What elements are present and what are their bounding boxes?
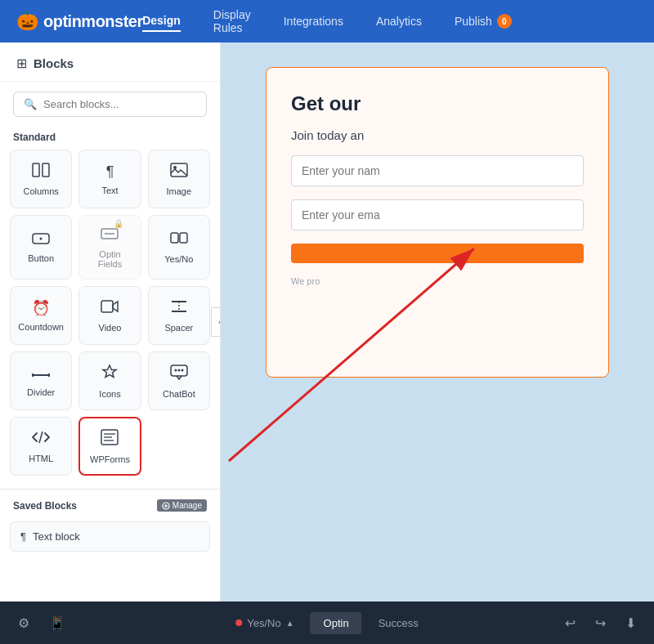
video-icon — [101, 299, 119, 318]
saved-block-icon: ¶ — [20, 530, 26, 543]
nav-design[interactable]: Design — [142, 11, 181, 32]
saved-blocks-label: Saved Blocks — [13, 500, 77, 512]
logo-text: optinmonster — [43, 12, 143, 31]
canvas: Get our Join today an We pro — [221, 42, 654, 602]
main-content: ⊞ Blocks 🔍 Standard Columns ¶ Text — [0, 42, 654, 602]
publish-badge-dot: 0 — [497, 14, 512, 29]
chevron-up-icon: ▲ — [286, 619, 294, 628]
toolbar: ⚙ 📱 Yes/No ▲ Optin Success ↩ ↪ ⬇ — [0, 602, 654, 644]
nav-integrations[interactable]: Integrations — [284, 11, 343, 31]
block-chatbot[interactable]: ChatBot — [148, 351, 210, 410]
block-video-label: Video — [99, 323, 122, 333]
optin-icon — [101, 227, 119, 244]
nav-display-rules[interactable]: Display Rules — [213, 5, 251, 38]
svg-rect-1 — [43, 163, 49, 177]
countdown-icon: ⏰ — [32, 299, 50, 317]
popup-email-input[interactable] — [291, 199, 584, 230]
logo: 🎃 optinmonster — [16, 11, 143, 32]
sidebar-title: Blocks — [34, 56, 74, 70]
block-yes-no[interactable]: Yes/No — [148, 215, 210, 280]
block-chatbot-label: ChatBot — [163, 389, 195, 399]
block-optin-fields: 🔒 Optin Fields — [78, 215, 141, 280]
yesno-icon — [170, 230, 188, 249]
download-icon[interactable]: ⬇ — [620, 610, 641, 636]
block-html-label: HTML — [29, 454, 53, 463]
toolbar-tabs: Yes/No ▲ Optin Success — [222, 612, 432, 634]
block-image[interactable]: Image — [148, 150, 210, 208]
header: 🎃 optinmonster Design Display Rules Inte… — [0, 0, 654, 42]
popup-disclaimer: We pro — [291, 276, 584, 286]
saved-blocks-header: Saved Blocks Manage — [0, 493, 220, 518]
tab-yesno[interactable]: Yes/No ▲ — [222, 612, 307, 634]
undo-icon[interactable]: ↩ — [560, 610, 580, 636]
block-columns[interactable]: Columns — [10, 150, 72, 208]
mobile-icon[interactable]: 📱 — [44, 610, 70, 636]
blocks-icon: ⊞ — [16, 56, 27, 71]
sidebar-header: ⊞ Blocks — [0, 42, 220, 82]
block-button[interactable]: Button — [10, 215, 72, 280]
icons-icon — [101, 364, 119, 384]
popup-name-input[interactable] — [291, 155, 584, 186]
search-input[interactable] — [43, 98, 196, 110]
block-spacer-label: Spacer — [164, 323, 193, 333]
block-columns-label: Columns — [23, 186, 58, 196]
block-divider[interactable]: Divider — [10, 351, 72, 410]
search-box[interactable]: 🔍 — [13, 92, 207, 117]
logo-icon: 🎃 — [16, 11, 38, 32]
standard-blocks-grid: Columns ¶ Text Image Button — [0, 150, 220, 482]
collapse-sidebar-button[interactable]: ‹ — [211, 307, 221, 337]
block-optin-fields-label: Optin Fields — [86, 249, 133, 269]
block-countdown-label: Countdown — [18, 322, 64, 332]
popup-submit-button[interactable] — [291, 244, 584, 263]
sidebar: ⊞ Blocks 🔍 Standard Columns ¶ Text — [0, 42, 221, 602]
svg-point-16 — [47, 373, 50, 377]
nav-analytics[interactable]: Analytics — [376, 11, 422, 31]
block-image-label: Image — [167, 186, 192, 196]
tab-success[interactable]: Success — [365, 612, 432, 634]
svg-point-15 — [32, 373, 34, 377]
standard-section-label: Standard — [0, 127, 220, 150]
block-video[interactable]: Video — [78, 286, 141, 345]
block-html[interactable]: HTML — [10, 417, 72, 476]
spacer-icon — [170, 299, 188, 318]
block-wpforms-label: WPForms — [90, 454, 130, 464]
divider-icon — [32, 365, 50, 382]
tab-success-label: Success — [379, 617, 419, 629]
tab-optin-label: Optin — [324, 617, 349, 629]
settings-icon[interactable]: ⚙ — [13, 610, 34, 636]
svg-rect-9 — [180, 233, 187, 243]
svg-point-18 — [174, 369, 177, 371]
svg-point-20 — [181, 369, 183, 371]
svg-rect-0 — [33, 163, 39, 177]
wpforms-icon — [101, 429, 119, 449]
text-icon: ¶ — [106, 163, 114, 181]
columns-icon — [32, 163, 50, 181]
main-nav: Design Display Rules Integrations Analyt… — [142, 5, 512, 38]
block-button-label: Button — [28, 253, 54, 263]
block-wpforms[interactable]: WPForms — [78, 417, 141, 476]
saved-block-text-block[interactable]: ¶ Text block — [10, 521, 210, 552]
block-divider-label: Divider — [27, 387, 55, 397]
tab-optin[interactable]: Optin — [311, 612, 362, 634]
block-text-label: Text — [101, 186, 118, 195]
block-spacer[interactable]: Spacer — [148, 286, 210, 345]
preview-popup: Get our Join today an We pro — [266, 67, 609, 378]
svg-point-19 — [177, 369, 180, 371]
block-yes-no-label: Yes/No — [164, 254, 193, 264]
popup-subtext: Join today an — [291, 128, 584, 142]
svg-point-3 — [173, 166, 177, 169]
popup-heading: Get our — [291, 92, 584, 115]
manage-button[interactable]: Manage — [157, 499, 207, 512]
block-icons[interactable]: Icons — [78, 351, 141, 410]
block-text[interactable]: ¶ Text — [78, 150, 141, 208]
block-countdown[interactable]: ⏰ Countdown — [10, 286, 72, 345]
search-icon: 🔍 — [24, 98, 37, 110]
saved-block-label: Text block — [33, 530, 80, 543]
svg-line-21 — [39, 432, 43, 443]
html-icon — [32, 430, 50, 449]
redo-icon[interactable]: ↪ — [590, 610, 611, 636]
svg-rect-10 — [101, 301, 113, 312]
chatbot-icon — [170, 364, 188, 384]
nav-publish[interactable]: Publish 0 — [455, 11, 512, 32]
yesno-dot — [235, 619, 242, 626]
